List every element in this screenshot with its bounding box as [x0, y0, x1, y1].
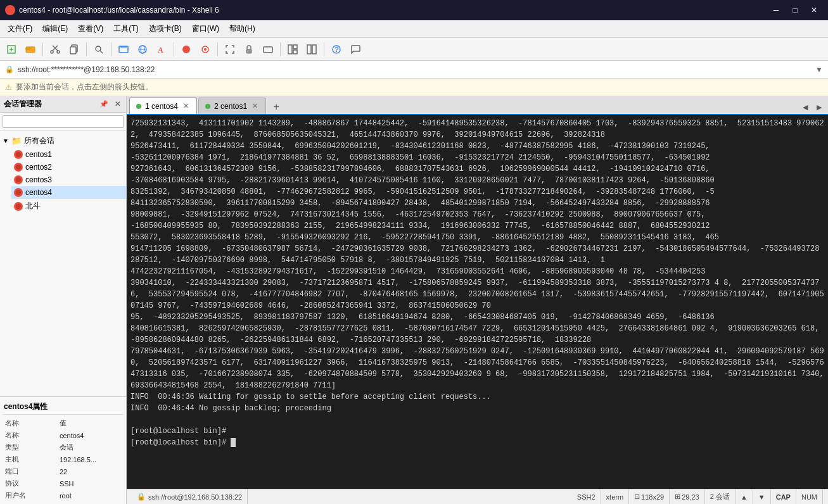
minimize-button[interactable]: ─	[767, 3, 785, 18]
status-sessions: 2 会话	[705, 489, 736, 504]
svg-rect-29	[293, 45, 297, 49]
menu-help[interactable]: 帮助(H)	[224, 21, 260, 37]
prop-val-host: 192.168.5...	[57, 453, 124, 465]
toolbar-chat[interactable]	[347, 41, 364, 58]
tab-centos4[interactable]: 1 centos4 ✕	[129, 98, 197, 114]
svg-text:A: A	[158, 46, 163, 54]
position-icon: ⊞	[675, 493, 680, 501]
svg-line-13	[100, 51, 103, 53]
toolbar-keyboard[interactable]	[259, 41, 277, 58]
terminal-content[interactable]: 725932131343, 413111701902 1143289, -488…	[127, 115, 828, 489]
properties-title: centos4属性	[3, 400, 124, 415]
prop-key-host: 主机	[3, 453, 57, 465]
toolbar-copy[interactable]	[65, 41, 83, 58]
svg-rect-32	[312, 45, 316, 54]
toolbar-open[interactable]	[22, 41, 39, 58]
svg-point-12	[96, 46, 101, 51]
toolbar-settings[interactable]	[115, 41, 132, 58]
prop-val-port: 22	[57, 465, 124, 477]
sidebar-item-centos4[interactable]: centos4	[11, 186, 126, 199]
menu-window[interactable]: 窗口(W)	[187, 21, 224, 37]
toolbar-layout[interactable]	[284, 41, 302, 58]
status-dimensions: ⊡ 118x29	[629, 489, 670, 504]
sidebar-item-centos1[interactable]: centos1	[11, 148, 126, 161]
sidebar-search-input[interactable]	[3, 115, 124, 128]
toolbar-lock[interactable]	[240, 41, 258, 58]
toolbar-fullscreen[interactable]	[221, 41, 239, 58]
status-up-btn[interactable]: ▲	[736, 489, 753, 504]
tab-nav-next[interactable]: ▶	[813, 100, 825, 114]
tab-label-centos4: 1 centos4	[145, 102, 178, 111]
toolbar-globe[interactable]	[134, 41, 151, 58]
tab-add-button[interactable]: +	[269, 100, 284, 114]
tab-nav-prev[interactable]: ◀	[799, 100, 812, 114]
tree-group-header[interactable]: ▼ 📁 所有会话	[0, 134, 126, 148]
tab-close-centos4[interactable]: ✕	[182, 102, 190, 110]
close-button[interactable]: ✕	[805, 3, 823, 18]
svg-point-9	[57, 51, 60, 53]
svg-point-0	[7, 7, 13, 13]
address-dropdown[interactable]: ▼	[815, 65, 823, 74]
toolbar-separator-3	[111, 42, 111, 56]
menu-edit[interactable]: 编辑(E)	[37, 21, 73, 37]
lock-icon: 🔒	[5, 65, 14, 73]
status-down-btn[interactable]: ▼	[753, 489, 771, 504]
sidebar-header-icons: 📌 ✕	[98, 99, 122, 109]
window-title: centos4 - root@localhost:/usr/local/cass…	[19, 6, 219, 15]
maximize-button[interactable]: □	[786, 3, 804, 18]
beidou-label: 北斗	[25, 201, 41, 211]
toolbar-new[interactable]	[3, 41, 20, 58]
status-num: NUM	[796, 489, 823, 504]
prop-val-protocol: SSH	[57, 477, 124, 489]
svg-point-8	[51, 51, 53, 53]
menu-tabs[interactable]: 选项卡(B)	[144, 21, 187, 37]
toolbar-red-circle[interactable]	[177, 41, 195, 58]
prop-key-type: 类型	[3, 441, 57, 453]
prop-val-header: 值	[57, 417, 124, 429]
status-lock-icon: 🔒	[137, 493, 146, 501]
terminal-output: 725932131343, 413111701902 1143289, -488…	[131, 118, 824, 448]
status-bar: 🔒 ssh://root@192.168.50.138:22 SSH2 xter…	[127, 489, 828, 504]
tree-group-label: 所有会话	[24, 135, 54, 146]
tab-label-centos1: 2 centos1	[214, 102, 247, 111]
toolbar-record[interactable]	[196, 41, 214, 58]
sidebar-title: 会话管理器	[4, 99, 42, 110]
svg-point-22	[204, 48, 207, 51]
title-bar-left: centos4 - root@localhost:/usr/local/cass…	[5, 5, 219, 15]
tab-centos1[interactable]: 2 centos1 ✕	[198, 98, 266, 114]
menu-tools[interactable]: 工具(T)	[108, 21, 143, 37]
sidebar-item-centos3[interactable]: centos3	[11, 173, 126, 186]
prop-key-protocol: 协议	[3, 477, 57, 489]
sidebar-item-beidou[interactable]: 北斗	[11, 199, 126, 213]
prop-row-type: 类型 会话	[3, 441, 124, 453]
prop-row-name: 名称 centos4	[3, 429, 124, 441]
toolbar-help[interactable]: ?	[328, 41, 345, 58]
toolbar-cut[interactable]	[46, 41, 64, 58]
sidebar-pin-button[interactable]: 📌	[98, 99, 110, 109]
status-position: ⊞ 29,23	[670, 489, 705, 504]
svg-rect-31	[307, 45, 311, 54]
folder-icon: 📁	[11, 136, 22, 146]
svg-rect-28	[288, 45, 292, 54]
prop-val-name: centos4	[57, 429, 124, 441]
svg-rect-30	[293, 50, 297, 54]
sidebar-search	[0, 113, 126, 131]
main-area: 会话管理器 📌 ✕ ▼ 📁 所有会话 centos1	[0, 96, 828, 504]
prop-key-header: 名称	[3, 417, 57, 429]
toolbar-split[interactable]	[303, 41, 321, 58]
centos4-icon	[14, 188, 23, 197]
toolbar-font[interactable]: A	[153, 41, 170, 58]
sidebar-close-button[interactable]: ✕	[113, 99, 122, 109]
banner: ⚠ 要添加当前会话，点击左侧的箭头按钮。	[0, 79, 828, 96]
properties-panel: centos4属性 名称 值 名称 centos4 类型 会话 主机 192.1…	[0, 396, 126, 504]
sidebar-item-centos2[interactable]: centos2	[11, 161, 126, 173]
svg-rect-23	[246, 49, 252, 53]
toolbar-separator-5	[217, 42, 218, 56]
toolbar-search[interactable]	[90, 41, 108, 58]
prop-key-port: 端口	[3, 465, 57, 477]
tab-close-centos1[interactable]: ✕	[251, 102, 259, 110]
prop-val-type: 会话	[57, 441, 124, 453]
menu-file[interactable]: 文件(F)	[3, 21, 37, 37]
menu-view[interactable]: 查看(V)	[73, 21, 108, 37]
toolbar: A ?	[0, 38, 828, 61]
